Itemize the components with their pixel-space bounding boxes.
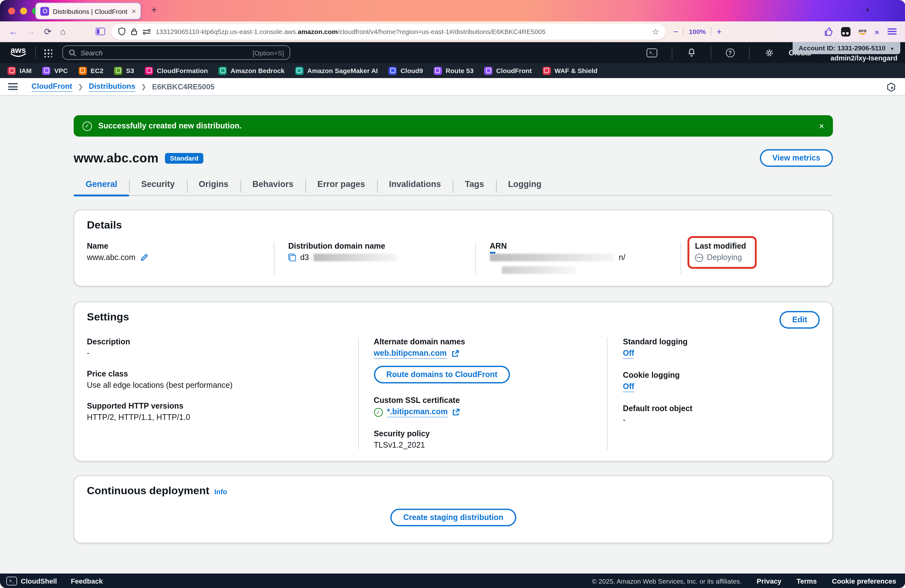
browser-toolbar: ← → ⟳ ⌂ 133129065110-ktp6q5zp.us-east-1.… (0, 21, 905, 42)
bookmark-route53[interactable]: Route 53 (434, 67, 474, 75)
flashbar-close-icon[interactable]: × (819, 121, 824, 131)
side-nav-hamburger-icon[interactable] (8, 83, 17, 90)
bookmark-vpc[interactable]: VPC (43, 67, 68, 75)
bookmark-s3[interactable]: S3 (114, 67, 134, 75)
account-id-badge[interactable]: Account ID: 1331-2906-5110 ▼ (793, 42, 900, 54)
copy-icon[interactable] (288, 254, 296, 261)
privacy-link[interactable]: Privacy (757, 577, 781, 585)
details-arn-field: ARN n/ (475, 242, 681, 275)
bookmark-sagemaker[interactable]: Amazon SageMaker AI (295, 67, 378, 75)
zoom-level[interactable]: 100% (689, 28, 706, 35)
settings-gear-icon[interactable] (764, 48, 774, 57)
zoom-out-button[interactable]: − (673, 27, 678, 37)
standard-logging-field: Standard logging Off (623, 337, 808, 359)
ec2-icon (79, 67, 87, 75)
notifications-bell-icon[interactable] (687, 48, 696, 57)
tab-logging[interactable]: Logging (496, 180, 553, 195)
cookie-preferences-link[interactable]: Cookie preferences (832, 577, 896, 585)
tab-close-icon[interactable]: × (132, 7, 136, 15)
success-flashbar: ✓ Successfully created new distribution.… (74, 115, 833, 137)
breadcrumb-cloudfront-link[interactable]: CloudFront (32, 81, 72, 92)
address-bar[interactable]: 133129065110-ktp6q5zp.us-east-1.console.… (111, 24, 665, 39)
alt-domain-link[interactable]: web.bitipcman.com (374, 349, 447, 359)
reload-button[interactable]: ⟳ (44, 27, 51, 36)
view-metrics-button[interactable]: View metrics (760, 149, 833, 167)
in-progress-icon (695, 253, 703, 262)
bookmark-cloudformation[interactable]: CloudFormation (145, 67, 208, 75)
default-root-object-field: Default root object - (623, 404, 808, 424)
close-window-button[interactable] (8, 8, 15, 14)
bookmark-waf[interactable]: WAF & Shield (542, 67, 597, 75)
search-shortcut: [Option+S] (252, 49, 284, 56)
edit-pencil-icon[interactable] (140, 253, 149, 262)
breadcrumb-distributions-link[interactable]: Distributions (89, 81, 135, 92)
console-footer: >_CloudShell Feedback © 2025, Amazon Web… (0, 574, 905, 588)
services-grid-icon[interactable] (43, 48, 52, 57)
create-staging-distribution-button[interactable]: Create staging distribution (391, 509, 516, 526)
zoom-in-button[interactable]: + (717, 27, 722, 37)
iam-icon (8, 67, 16, 75)
lock-icon[interactable] (130, 27, 138, 36)
breadcrumb-separator-icon: ❯ (78, 83, 83, 90)
extension-icon[interactable] (841, 27, 851, 36)
bookmark-bedrock[interactable]: Amazon Bedrock (219, 67, 284, 75)
hexagon-icon[interactable] (886, 83, 895, 92)
tab-error-pages[interactable]: Error pages (305, 180, 377, 195)
tab-tags[interactable]: Tags (453, 180, 496, 195)
arn-suffix: n/ (619, 253, 626, 262)
continuous-deployment-heading: Continuous deployment (87, 485, 210, 497)
extension-area: aea » (824, 27, 897, 36)
ssl-certificate-link[interactable]: *.bitipcman.com (387, 407, 448, 417)
standard-logging-link[interactable]: Off (623, 349, 634, 359)
bookmark-cloudfront[interactable]: CloudFront (484, 67, 532, 75)
aws-extension-icon[interactable]: aea (859, 28, 867, 35)
breadcrumb-current-id: E6KBKC4RE5005 (152, 82, 215, 91)
home-button[interactable]: ⌂ (60, 27, 65, 36)
cookie-logging-link[interactable]: Off (623, 382, 634, 392)
console-search-input[interactable]: Search [Option+S] (62, 45, 290, 60)
back-button[interactable]: ← (9, 27, 17, 36)
menu-hamburger-icon[interactable] (888, 28, 896, 35)
sagemaker-icon (295, 67, 303, 75)
domain-prefix: d3 (300, 253, 309, 262)
forward-button[interactable]: → (27, 27, 35, 36)
edit-button[interactable]: Edit (780, 311, 820, 329)
settings-heading: Settings (87, 311, 129, 324)
distribution-type-badge: Standard (165, 153, 204, 164)
bookmark-iam[interactable]: IAM (8, 67, 32, 75)
description-field: Description - (87, 337, 346, 358)
tab-security[interactable]: Security (129, 180, 187, 195)
bookmarks-bar: IAM VPC EC2 S3 CloudFormation Amazon Bed… (0, 63, 905, 78)
minimize-window-button[interactable] (20, 8, 27, 14)
browser-tab[interactable]: Distributions | CloudFront | Glob × (35, 3, 141, 19)
route-domains-button[interactable]: Route domains to CloudFront (374, 366, 510, 383)
bookmark-cloud9[interactable]: Cloud9 (389, 67, 423, 75)
tab-list-chevron-icon[interactable]: ▼ (865, 7, 870, 13)
tab-invalidations[interactable]: Invalidations (377, 180, 453, 195)
url-text: 133129065110-ktp6q5zp.us-east-1.console.… (156, 28, 648, 35)
bookmark-star-icon[interactable]: ☆ (652, 27, 659, 36)
sidebar-toggle-icon[interactable] (96, 28, 105, 35)
tab-behaviors[interactable]: Behaviors (240, 180, 306, 195)
cookie-logging-field: Cookie logging Off (623, 371, 808, 392)
page-title: www.abc.com (74, 151, 159, 165)
cloudfront-icon (484, 67, 492, 75)
shield-icon[interactable] (118, 27, 126, 36)
info-link[interactable]: Info (214, 488, 227, 496)
overflow-chevron-icon[interactable]: » (875, 27, 879, 36)
cloudshell-footer-button[interactable]: >_CloudShell (6, 576, 57, 585)
external-link-icon (452, 408, 460, 416)
tab-general[interactable]: General (74, 180, 129, 195)
terms-link[interactable]: Terms (796, 577, 816, 585)
name-value: www.abc.com (87, 253, 135, 262)
help-icon[interactable]: ? (726, 48, 735, 57)
cloudshell-icon[interactable]: >_ (646, 48, 657, 57)
new-tab-button[interactable]: + (151, 5, 157, 16)
user-name[interactable]: admin2/lxy-Isengard (830, 54, 897, 62)
aws-logo[interactable]: aws (9, 47, 28, 58)
extension-icon[interactable] (824, 27, 833, 36)
tab-origins[interactable]: Origins (187, 180, 240, 195)
permissions-icon[interactable] (142, 28, 151, 35)
feedback-button[interactable]: Feedback (71, 577, 103, 585)
bookmark-ec2[interactable]: EC2 (79, 67, 103, 75)
